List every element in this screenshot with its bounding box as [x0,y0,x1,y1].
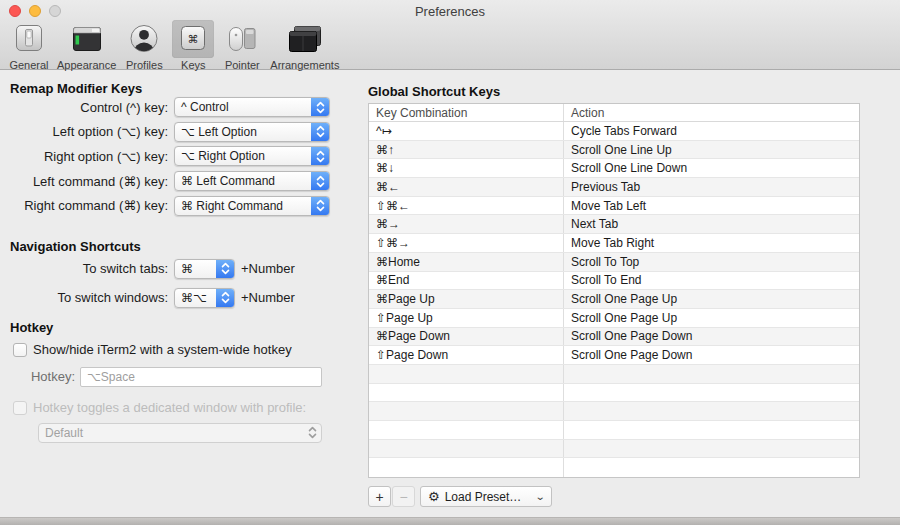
shortcut-row-empty[interactable] [369,440,859,459]
shortcut-key-cell: ⇧Page Up [369,309,564,327]
left-pane: Remap Modifier Keys Control (^) key:^ Co… [0,71,360,517]
navigation-rows: To switch tabs:⌘+NumberTo switch windows… [0,259,360,308]
toolbar-item-profiles[interactable]: Profiles [123,20,165,71]
general-icon [8,20,50,58]
shortcut-action-cell: Scroll One Page Down [564,348,859,362]
shortcut-key-cell: ⌘← [369,178,564,196]
popup-stepper-icon [311,98,329,116]
shortcut-row[interactable]: ⌘↑Scroll One Line Up [369,141,859,160]
shortcut-key-cell [369,458,564,477]
toolbar-item-keys[interactable]: ⌘ Keys [172,20,214,71]
toolbar-item-arrangements[interactable]: Arrangements [270,20,339,71]
shortcut-key-cell: ⌘↑ [369,141,564,159]
show-hide-hotkey-checkbox[interactable] [13,343,27,357]
shortcut-row[interactable]: ⌘↓Scroll One Line Down [369,159,859,178]
remap-row-label: Right option (⌥) key: [0,149,168,164]
toolbar-item-pointer[interactable]: Pointer [221,20,263,71]
shortcut-row-empty[interactable] [369,402,859,421]
chevron-down-icon: ⌄ [534,491,545,502]
remap-popup-1-value: ⌥ Left Option [175,123,311,141]
popup-stepper-icon [311,172,329,190]
remap-row-label: Right command (⌘) key: [0,198,168,213]
hotkey-field-row: Hotkey: ⌥Space [0,367,360,387]
navigation-popup-1[interactable]: ⌘⌥ [174,288,235,308]
toolbar-item-appearance[interactable]: Appearance [57,20,116,71]
navigation-popup-0-value: ⌘ [175,260,216,278]
shortcut-action-cell: Scroll To End [564,273,859,287]
global-shortcuts-heading: Global Shortcut Keys [368,84,500,99]
navigation-row-label: To switch windows: [0,290,168,305]
column-header-key-combination[interactable]: Key Combination [369,104,564,121]
pointer-icon [221,20,263,58]
remap-popup-4[interactable]: ⌘ Right Command [174,196,330,216]
shortcut-action-cell: Scroll One Page Up [564,311,859,325]
shortcut-action-cell: Scroll One Line Down [564,161,859,175]
svg-text:⌘: ⌘ [188,33,199,46]
add-shortcut-button[interactable]: + [368,486,391,507]
shortcut-row-empty[interactable] [369,458,859,477]
toolbar-label: Pointer [225,59,260,71]
shortcut-row[interactable]: ⇧⌘→Move Tab Right [369,234,859,253]
hotkey-heading: Hotkey [10,320,360,336]
window-title: Preferences [0,4,900,19]
shortcut-key-cell: ⌘Page Down [369,328,564,346]
popup-stepper-icon [311,147,329,165]
shortcut-row[interactable]: ⇧Page UpScroll One Page Up [369,309,859,328]
shortcut-row-empty[interactable] [369,421,859,440]
shortcut-row[interactable]: ⌘Page DownScroll One Page Down [369,328,859,347]
navigation-row: To switch windows:⌘⌥+Number [0,288,360,308]
show-hide-hotkey-row: Show/hide iTerm2 with a system-wide hotk… [13,342,360,358]
window-chrome: Preferences General [0,0,900,70]
arrangements-icon [280,20,330,58]
remap-popup-3[interactable]: ⌘ Left Command [174,171,330,191]
remap-row-label: Left option (⌥) key: [0,124,168,139]
shortcut-row[interactable]: ^↦Cycle Tabs Forward [369,122,859,141]
keys-icon: ⌘ [172,20,214,58]
toolbar-item-general[interactable]: General [8,20,50,71]
remap-popup-0[interactable]: ^ Control [174,97,330,117]
shortcut-row[interactable]: ⇧⌘←Move Tab Left [369,197,859,216]
remap-popup-0-value: ^ Control [175,98,311,116]
window-bottom-edge [0,517,900,525]
shortcut-action-cell: Scroll One Line Up [564,143,859,157]
shortcut-row[interactable]: ⌘Page UpScroll One Page Up [369,290,859,309]
profiles-icon [123,20,165,58]
remap-popup-1[interactable]: ⌥ Left Option [174,122,330,142]
profile-popup-slot: Default [38,423,360,443]
toolbar-label: Arrangements [270,59,339,71]
toolbar: General Appearance [8,20,346,71]
shortcut-action-cell: Move Tab Right [564,236,859,250]
shortcut-row[interactable]: ⇧Page DownScroll One Page Down [369,346,859,365]
shortcut-key-cell: ⌘End [369,272,564,290]
navigation-popup-1-value: ⌘⌥ [175,289,216,307]
remap-popup-2[interactable]: ⌥ Right Option [174,146,330,166]
appearance-icon [65,20,109,58]
hotkey-input[interactable]: ⌥Space [80,367,322,387]
toolbar-label: Profiles [126,59,163,71]
remap-row-label: Left command (⌘) key: [0,174,168,189]
shortcut-row-empty[interactable] [369,384,859,403]
remap-row: Right option (⌥) key:⌥ Right Option [0,146,360,166]
global-shortcuts-table: Key Combination Action ^↦Cycle Tabs Forw… [368,103,860,478]
navigation-heading: Navigation Shortcuts [10,239,360,255]
navigation-row-suffix: +Number [241,290,295,305]
dedicated-window-checkbox [13,401,27,415]
shortcut-key-cell: ⌘Page Up [369,290,564,308]
toolbar-label: General [9,59,48,71]
remap-heading: Remap Modifier Keys [10,81,360,97]
shortcut-key-cell: ⇧⌘← [369,197,564,215]
shortcut-key-cell: ⇧Page Down [369,346,564,364]
shortcut-row[interactable]: ⌘←Previous Tab [369,178,859,197]
column-header-action[interactable]: Action [564,106,859,120]
shortcut-row-empty[interactable] [369,365,859,384]
remap-popup-4-value: ⌘ Right Command [175,197,311,215]
shortcut-row[interactable]: ⌘HomeScroll To Top [369,253,859,272]
shortcut-row[interactable]: ⌘EndScroll To End [369,272,859,291]
load-preset-button[interactable]: ⚙ Load Preset… ⌄ [420,486,552,507]
shortcut-row[interactable]: ⌘→Next Tab [369,215,859,234]
popup-stepper-icon [311,197,329,215]
profile-popup: Default [38,423,322,443]
right-pane: Global Shortcut Keys Key Combination Act… [368,71,860,517]
shortcut-action-cell: Scroll One Page Up [564,292,859,306]
navigation-popup-0[interactable]: ⌘ [174,259,235,279]
